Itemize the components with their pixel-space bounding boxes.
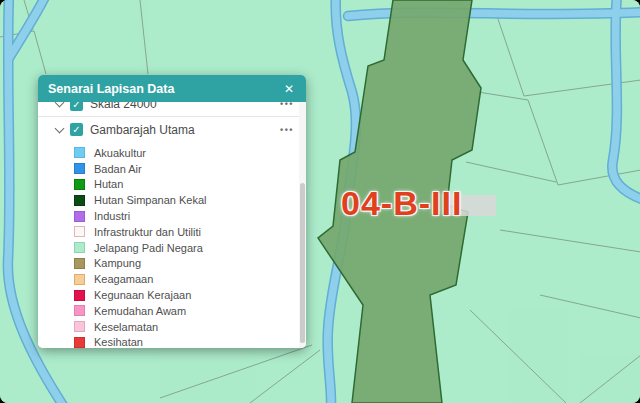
panel-body: ✓ Skala 24000 ••• ✓ Gambarajah Utama •••… — [38, 102, 306, 348]
legend-swatch — [74, 211, 85, 222]
panel-header[interactable]: Senarai Lapisan Data ✕ — [38, 75, 306, 102]
zone-label: 04-B-III — [341, 184, 462, 223]
legend-item: Kampung — [74, 256, 306, 272]
legend-item: Infrastruktur dan Utiliti — [74, 224, 306, 240]
legend-label: Infrastruktur dan Utiliti — [94, 226, 201, 238]
legend-item: Akuakultur — [74, 145, 306, 161]
legend-label: Industri — [94, 210, 130, 222]
legend-swatch — [74, 258, 85, 269]
legend-label: Badan Air — [94, 163, 142, 175]
legend-swatch — [74, 321, 85, 332]
layer-menu-icon[interactable]: ••• — [280, 125, 294, 135]
legend-item: Hutan Simpanan Kekal — [74, 192, 306, 208]
layer-row-gambarajah-utama[interactable]: ✓ Gambarajah Utama ••• — [38, 117, 306, 142]
panel-title: Senarai Lapisan Data — [48, 82, 282, 96]
legend-item: Kemudahan Awam — [74, 303, 306, 319]
legend-item: Keselamatan — [74, 319, 306, 335]
layer-label[interactable]: Gambarajah Utama — [90, 123, 273, 137]
layer-label[interactable]: Skala 24000 — [90, 102, 273, 111]
legend-item: Jelapang Padi Negara — [74, 240, 306, 256]
legend-swatch — [74, 290, 85, 301]
legend-label: Hutan — [94, 178, 123, 190]
layer-row-scale[interactable]: ✓ Skala 24000 ••• — [38, 102, 306, 117]
close-icon[interactable]: ✕ — [282, 81, 296, 97]
chevron-down-icon[interactable] — [55, 123, 65, 133]
legend-swatch — [74, 305, 85, 316]
legend-swatch — [74, 179, 85, 190]
legend-swatch — [74, 147, 85, 158]
layer-checkbox[interactable]: ✓ — [70, 102, 83, 111]
legend-list: AkuakulturBadan AirHutanHutan Simpanan K… — [38, 142, 306, 348]
legend-swatch — [74, 274, 85, 285]
scrollbar-thumb[interactable] — [300, 183, 305, 343]
legend-swatch — [74, 226, 85, 237]
layer-menu-icon[interactable]: ••• — [280, 102, 294, 109]
legend-label: Kesihatan — [94, 336, 143, 348]
legend-item: Keagamaan — [74, 271, 306, 287]
panel-scrollbar[interactable] — [299, 102, 306, 348]
legend-swatch — [74, 163, 85, 174]
chevron-down-icon[interactable] — [55, 102, 65, 107]
legend-item: Badan Air — [74, 161, 306, 177]
app-window: 04-B-III Senarai Lapisan Data ✕ ✓ Skala … — [0, 0, 640, 403]
legend-swatch — [74, 337, 85, 348]
legend-label: Keagamaan — [94, 273, 153, 285]
legend-item: Kesihatan — [74, 335, 306, 348]
legend-label: Kampung — [94, 257, 141, 269]
legend-label: Kemudahan Awam — [94, 305, 186, 317]
layer-list-panel: Senarai Lapisan Data ✕ ✓ Skala 24000 •••… — [38, 75, 306, 348]
legend-swatch — [74, 195, 85, 206]
legend-label: Kegunaan Kerajaan — [94, 289, 191, 301]
legend-label: Keselamatan — [94, 321, 158, 333]
legend-item: Hutan — [74, 177, 306, 193]
legend-item: Kegunaan Kerajaan — [74, 287, 306, 303]
legend-label: Hutan Simpanan Kekal — [94, 194, 207, 206]
legend-label: Akuakultur — [94, 147, 146, 159]
layer-checkbox[interactable]: ✓ — [70, 123, 83, 136]
legend-label: Jelapang Padi Negara — [94, 242, 203, 254]
legend-item: Industri — [74, 208, 306, 224]
legend-swatch — [74, 242, 85, 253]
